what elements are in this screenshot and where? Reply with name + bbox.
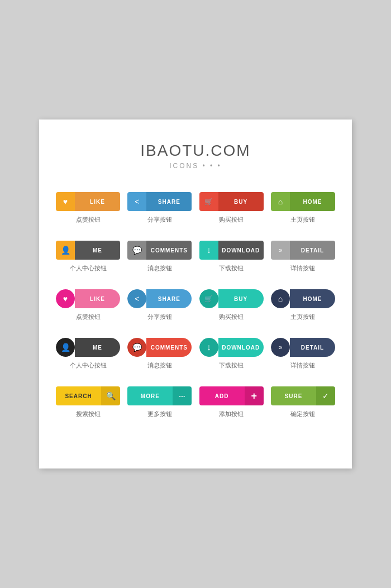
share-button-rect[interactable]: < SHARE — [127, 192, 192, 211]
comments-button-pill[interactable]: 💬 COMMENTS — [127, 338, 192, 357]
add-group: ADD + 添加按钮 — [199, 386, 264, 418]
buy-button-pill[interactable]: 🛒 BUY — [199, 289, 264, 308]
download-pill-label: DOWNLOAD — [218, 338, 264, 357]
section-rect-1: ♥ LIKE 点赞按钮 < SHARE 分享按钮 🛒 BUY 购买按钮 — [56, 192, 335, 224]
detail-label: DETAIL — [290, 241, 335, 260]
home-pill-cn: 主页按钮 — [290, 313, 315, 321]
me-button-pill[interactable]: 👤 ME — [56, 338, 120, 357]
download-button-rect[interactable]: ↓ DOWNLOAD — [199, 241, 264, 260]
share-pill-cn: 分享按钮 — [147, 313, 172, 321]
sure-button[interactable]: SURE ✓ — [271, 386, 335, 405]
search-icon: 🔍 — [101, 386, 120, 405]
home-button-rect[interactable]: ⌂ HOME — [271, 192, 335, 211]
me-icon: 👤 — [56, 241, 75, 260]
sure-label: SURE — [271, 386, 316, 405]
share-icon: < — [127, 192, 146, 211]
like-button-rect[interactable]: ♥ LIKE — [56, 192, 120, 211]
me-group-1: 👤 ME 个人中心按钮 — [56, 241, 120, 273]
home-cn-label: 主页按钮 — [290, 216, 315, 224]
detail-button-rect[interactable]: » DETAIL — [271, 241, 335, 260]
detail-cn-label: 详情按钮 — [290, 264, 315, 273]
more-group: MORE ••• 更多按钮 — [127, 386, 192, 418]
buy-cn-label: 购买按钮 — [219, 216, 244, 224]
home-button-pill[interactable]: ⌂ HOME — [271, 289, 335, 308]
button-row-3: ♥ LIKE 点赞按钮 < SHARE 分享按钮 🛒 BUY 购买按钮 — [56, 289, 335, 321]
buy-pill-cn: 购买按钮 — [219, 313, 244, 321]
comments-label: COMMENTS — [146, 241, 192, 260]
buy-group-2: 🛒 BUY 购买按钮 — [199, 289, 264, 321]
home-pill-icon: ⌂ — [271, 289, 290, 308]
more-icon: ••• — [173, 386, 192, 405]
search-button[interactable]: SEARCH 🔍 — [56, 386, 120, 405]
share-button-pill[interactable]: < SHARE — [127, 289, 192, 308]
comments-button-rect[interactable]: 💬 COMMENTS — [127, 241, 192, 260]
add-button[interactable]: ADD + — [199, 386, 264, 405]
button-row-5: SEARCH 🔍 搜索按钮 MORE ••• 更多按钮 ADD + 添加按钮 — [56, 386, 335, 418]
share-group-2: < SHARE 分享按钮 — [127, 289, 192, 321]
site-subtitle: ICONS • • • — [56, 162, 335, 170]
like-label: LIKE — [75, 192, 120, 211]
section-pill-2: 👤 ME 个人中心按钮 💬 COMMENTS 消息按钮 ↓ DOWNLOAD 下… — [56, 338, 335, 370]
share-group-1: < SHARE 分享按钮 — [127, 192, 192, 224]
buy-pill-icon: 🛒 — [199, 289, 218, 308]
share-pill-icon: < — [127, 289, 146, 308]
like-pill-label: LIKE — [75, 289, 120, 308]
comments-group-2: 💬 COMMENTS 消息按钮 — [127, 338, 192, 370]
detail-pill-label: DETAIL — [290, 338, 335, 357]
like-icon: ♥ — [56, 192, 75, 211]
download-pill-icon: ↓ — [199, 338, 218, 357]
buy-pill-label: BUY — [218, 289, 264, 308]
me-cn-label: 个人中心按钮 — [70, 264, 107, 273]
more-label: MORE — [127, 386, 173, 405]
comments-cn-label: 消息按钮 — [147, 264, 172, 273]
home-group-2: ⌂ HOME 主页按钮 — [271, 289, 335, 321]
section-pill-1: ♥ LIKE 点赞按钮 < SHARE 分享按钮 🛒 BUY 购买按钮 — [56, 289, 335, 321]
comments-icon: 💬 — [127, 241, 146, 260]
comments-pill-icon: 💬 — [127, 338, 146, 357]
detail-icon: » — [271, 241, 290, 260]
comments-pill-cn: 消息按钮 — [147, 361, 172, 370]
me-pill-icon: 👤 — [56, 338, 75, 357]
button-row-1: ♥ LIKE 点赞按钮 < SHARE 分享按钮 🛒 BUY 购买按钮 — [56, 192, 335, 224]
comments-group-1: 💬 COMMENTS 消息按钮 — [127, 241, 192, 273]
download-button-pill[interactable]: ↓ DOWNLOAD — [199, 338, 264, 357]
comments-pill-label: COMMENTS — [146, 338, 192, 357]
detail-pill-icon: » — [271, 338, 290, 357]
detail-button-pill[interactable]: » DETAIL — [271, 338, 335, 357]
share-cn-label: 分享按钮 — [147, 216, 172, 224]
button-row-4: 👤 ME 个人中心按钮 💬 COMMENTS 消息按钮 ↓ DOWNLOAD 下… — [56, 338, 335, 370]
me-group-2: 👤 ME 个人中心按钮 — [56, 338, 120, 370]
search-cn-label: 搜索按钮 — [76, 410, 101, 418]
download-icon: ↓ — [199, 241, 218, 260]
section-half: SEARCH 🔍 搜索按钮 MORE ••• 更多按钮 ADD + 添加按钮 — [56, 386, 335, 418]
detail-group-1: » DETAIL 详情按钮 — [271, 241, 335, 273]
home-group-1: ⌂ HOME 主页按钮 — [271, 192, 335, 224]
like-group-2: ♥ LIKE 点赞按钮 — [56, 289, 120, 321]
add-icon: + — [245, 386, 264, 405]
more-cn-label: 更多按钮 — [147, 410, 172, 418]
home-label: HOME — [290, 192, 335, 211]
download-group-2: ↓ DOWNLOAD 下载按钮 — [199, 338, 264, 370]
header: IBAOTU.COM ICONS • • • — [56, 142, 335, 170]
section-rect-2: 👤 ME 个人中心按钮 💬 COMMENTS 消息按钮 ↓ DOWNLOAD 下… — [56, 241, 335, 273]
buy-button-rect[interactable]: 🛒 BUY — [199, 192, 264, 211]
add-cn-label: 添加按钮 — [219, 410, 244, 418]
detail-pill-cn: 详情按钮 — [290, 361, 315, 370]
more-button[interactable]: MORE ••• — [127, 386, 192, 405]
home-icon: ⌂ — [271, 192, 290, 211]
me-label: ME — [75, 241, 120, 260]
main-page: IBAOTU.COM ICONS • • • ♥ LIKE 点赞按钮 < SHA… — [39, 119, 352, 469]
like-pill-cn: 点赞按钮 — [76, 313, 101, 321]
buy-group-1: 🛒 BUY 购买按钮 — [199, 192, 264, 224]
detail-group-2: » DETAIL 详情按钮 — [271, 338, 335, 370]
download-pill-cn: 下载按钮 — [219, 361, 244, 370]
me-button-rect[interactable]: 👤 ME — [56, 241, 120, 260]
like-pill-icon: ♥ — [56, 289, 75, 308]
download-cn-label: 下载按钮 — [219, 264, 244, 273]
add-label: ADD — [199, 386, 245, 405]
search-group: SEARCH 🔍 搜索按钮 — [56, 386, 120, 418]
like-button-pill[interactable]: ♥ LIKE — [56, 289, 120, 308]
button-row-2: 👤 ME 个人中心按钮 💬 COMMENTS 消息按钮 ↓ DOWNLOAD 下… — [56, 241, 335, 273]
download-group-1: ↓ DOWNLOAD 下载按钮 — [199, 241, 264, 273]
me-pill-label: ME — [75, 338, 120, 357]
